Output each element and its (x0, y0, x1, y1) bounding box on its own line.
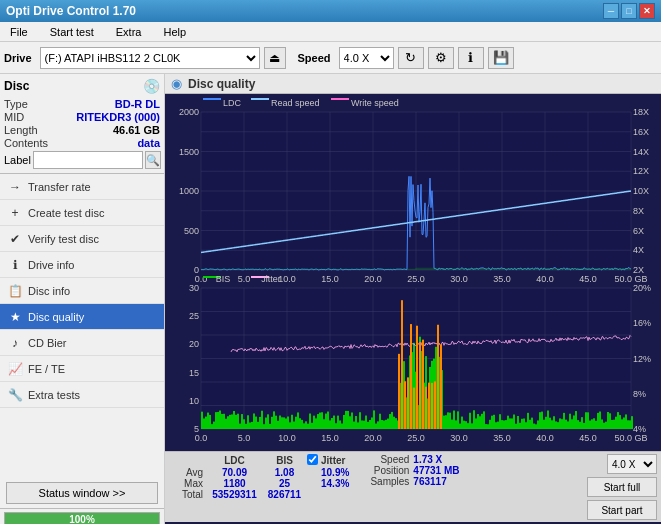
disc-mid-value: RITEKDR3 (000) (76, 111, 160, 123)
disc-label-row: Label 🔍 (4, 151, 160, 169)
disc-contents-label: Contents (4, 137, 48, 149)
stat-total-bis: 826711 (262, 489, 307, 500)
drive-select[interactable]: (F:) ATAPI iHBS112 2 CL0K (40, 47, 260, 69)
menu-file[interactable]: File (4, 24, 34, 40)
nav-fe-te-label: FE / TE (28, 363, 65, 375)
disc-icon[interactable]: 💿 (143, 78, 160, 94)
start-full-button[interactable]: Start full (587, 477, 657, 497)
create-test-disc-icon: + (8, 206, 22, 220)
speed-select[interactable]: 4.0 X (339, 47, 394, 69)
nav-drive-info[interactable]: ℹ Drive info (0, 252, 164, 278)
chart-title: Disc quality (188, 77, 255, 91)
disc-type-value: BD-R DL (115, 98, 160, 110)
maximize-button[interactable]: □ (621, 3, 637, 19)
titlebar-controls: ─ □ ✕ (603, 3, 655, 19)
stat-max-jitter: 14.3% (321, 478, 349, 489)
minimize-button[interactable]: ─ (603, 3, 619, 19)
menu-extra[interactable]: Extra (110, 24, 148, 40)
stat-row-total-label: Total (169, 489, 207, 500)
stat-header-ldc: LDC (207, 454, 262, 467)
eject-button[interactable]: ⏏ (264, 47, 286, 69)
main-chart (165, 94, 661, 451)
nav-disc-quality-label: Disc quality (28, 311, 84, 323)
action-area: 4.0 X Start full Start part (587, 454, 657, 520)
fe-te-icon: 📈 (8, 362, 22, 376)
nav-cd-bier-label: CD Bier (28, 337, 67, 349)
menubar: File Start test Extra Help (0, 22, 661, 42)
stat-header-jitter: Jitter (321, 454, 349, 467)
settings-button[interactable]: ⚙ (428, 47, 454, 69)
stat-header-bis: BIS (262, 454, 307, 467)
disc-label-button[interactable]: 🔍 (145, 151, 161, 169)
position-value: 47731 MB (413, 465, 459, 476)
disc-length-row: Length 46.61 GB (4, 124, 160, 136)
stat-avg-jitter: 10.9% (321, 467, 349, 478)
menu-help[interactable]: Help (157, 24, 192, 40)
start-part-button[interactable]: Start part (587, 500, 657, 520)
drivebar: Drive (F:) ATAPI iHBS112 2 CL0K ⏏ Speed … (0, 42, 661, 74)
speed-table: Speed 1.73 X Position 47731 MB Samples 7… (361, 454, 459, 487)
stat-max-bis: 25 (262, 478, 307, 489)
jitter-checkbox[interactable] (307, 454, 318, 465)
nav-create-test-disc-label: Create test disc (28, 207, 104, 219)
nav-disc-quality[interactable]: ★ Disc quality (0, 304, 164, 330)
progress-bar-outer: 100% (4, 512, 160, 524)
nav-drive-info-label: Drive info (28, 259, 74, 271)
save-button[interactable]: 💾 (488, 47, 514, 69)
disc-label-label: Label (4, 154, 31, 166)
status-window-button[interactable]: Status window >> (6, 482, 158, 504)
nav-disc-info-label: Disc info (28, 285, 70, 297)
nav-disc-info[interactable]: 📋 Disc info (0, 278, 164, 304)
nav-verify-test-disc-label: Verify test disc (28, 233, 99, 245)
nav-fe-te[interactable]: 📈 FE / TE (0, 356, 164, 382)
stat-row-max-label: Max (169, 478, 207, 489)
stat-avg-bis: 1.08 (262, 467, 307, 478)
nav-transfer-rate[interactable]: → Transfer rate (0, 174, 164, 200)
chart-header: ◉ Disc quality (165, 74, 661, 94)
transfer-rate-icon: → (8, 180, 22, 194)
speed-key: Speed (361, 454, 413, 465)
speed-label: Speed (298, 52, 331, 64)
nav-create-test-disc[interactable]: + Create test disc (0, 200, 164, 226)
speed-select-row: 4.0 X (607, 454, 657, 474)
verify-test-disc-icon: ✔ (8, 232, 22, 246)
nav-cd-bier[interactable]: ♪ CD Bier (0, 330, 164, 356)
disc-section: Disc 💿 Type BD-R DL MID RITEKDR3 (000) L… (0, 74, 164, 174)
nav-transfer-rate-label: Transfer rate (28, 181, 91, 193)
menu-start-test[interactable]: Start test (44, 24, 100, 40)
nav-extra-tests-label: Extra tests (28, 389, 80, 401)
stat-row-avg-label: Avg (169, 467, 207, 478)
titlebar: Opti Drive Control 1.70 ─ □ ✕ (0, 0, 661, 22)
refresh-button[interactable]: ↻ (398, 47, 424, 69)
progress-area: 100% Tests completed (0, 508, 164, 524)
action-speed-select[interactable]: 4.0 X (607, 454, 657, 474)
disc-contents-row: Contents data (4, 137, 160, 149)
disc-mid-label: MID (4, 111, 24, 123)
position-key: Position (361, 465, 413, 476)
stat-total-ldc: 53529311 (207, 489, 262, 500)
right-panel: ◉ Disc quality LDC BIS Jitter Avg 70.09 (165, 74, 661, 524)
extra-tests-icon: 🔧 (8, 388, 22, 402)
stat-max-ldc: 1180 (207, 478, 262, 489)
app-title: Opti Drive Control 1.70 (6, 4, 136, 18)
stat-avg-ldc: 70.09 (207, 467, 262, 478)
titlebar-title: Opti Drive Control 1.70 (6, 4, 136, 18)
disc-mid-row: MID RITEKDR3 (000) (4, 111, 160, 123)
drive-label: Drive (4, 52, 32, 64)
close-button[interactable]: ✕ (639, 3, 655, 19)
info-button[interactable]: ℹ (458, 47, 484, 69)
main-area: Disc 💿 Type BD-R DL MID RITEKDR3 (000) L… (0, 74, 661, 524)
nav-verify-test-disc[interactable]: ✔ Verify test disc (0, 226, 164, 252)
stats-bar: LDC BIS Jitter Avg 70.09 1.08 10.9% Max … (165, 451, 661, 522)
disc-length-label: Length (4, 124, 38, 136)
nav-extra-tests[interactable]: 🔧 Extra tests (0, 382, 164, 408)
samples-key: Samples (361, 476, 413, 487)
disc-contents-value: data (137, 137, 160, 149)
disc-label-input[interactable] (33, 151, 143, 169)
disc-length-value: 46.61 GB (113, 124, 160, 136)
chart-header-icon: ◉ (171, 76, 182, 91)
stats-table: LDC BIS Jitter Avg 70.09 1.08 10.9% Max … (169, 454, 349, 500)
samples-value: 763117 (413, 476, 459, 487)
disc-quality-icon: ★ (8, 310, 22, 324)
disc-section-title: Disc (4, 79, 29, 93)
